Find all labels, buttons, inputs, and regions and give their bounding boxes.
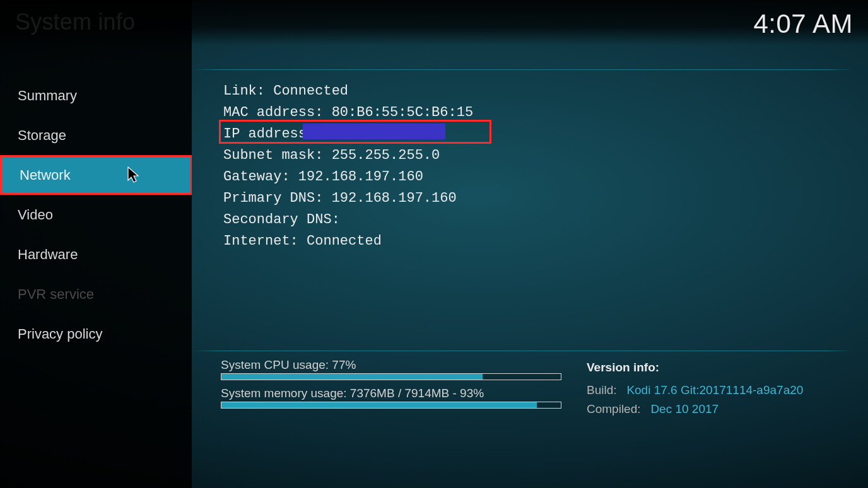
sidebar-item-privacy-policy[interactable]: Privacy policy <box>0 314 192 354</box>
subnet-value: 255.255.255.0 <box>332 148 440 163</box>
mac-label: MAC address: <box>223 105 332 120</box>
sidebar-item-label: Network <box>20 167 71 183</box>
system-stats: System CPU usage: 77% System memory usag… <box>221 358 561 419</box>
memory-usage-fill <box>221 402 537 408</box>
sidebar-item-hardware[interactable]: Hardware <box>0 235 192 274</box>
sidebar-item-label: Summary <box>18 88 77 104</box>
sidebar-item-label: Privacy policy <box>18 326 102 342</box>
sidebar-item-label: Storage <box>18 127 66 144</box>
secondary-dns-label: Secondary DNS: <box>223 212 340 228</box>
memory-usage-bar <box>221 402 561 409</box>
sidebar-item-pvr-service: PVR service <box>0 274 192 314</box>
internet-value: Connected <box>307 233 382 249</box>
internet-label: Internet: <box>223 233 307 249</box>
gateway-value: 192.168.197.160 <box>298 169 423 185</box>
sidebar-item-summary[interactable]: Summary <box>0 76 192 115</box>
cpu-usage-bar <box>221 373 561 380</box>
sidebar: Summary Storage Network Video Hardware P… <box>0 0 192 488</box>
compiled-label: Compiled: <box>587 402 641 415</box>
sidebar-item-label: Video <box>18 207 53 223</box>
subnet-label: Subnet mask: <box>223 148 332 163</box>
build-value: Kodi 17.6 Git:20171114-a9a7a20 <box>626 383 803 397</box>
sidebar-item-network[interactable]: Network <box>0 155 192 195</box>
gateway-label: Gateway: <box>223 169 298 185</box>
ip-label: IP address: <box>223 126 323 142</box>
link-label: Link: <box>223 83 273 99</box>
sidebar-item-video[interactable]: Video <box>0 195 192 235</box>
mac-value: 80:B6:55:5C:B6:15 <box>332 105 473 120</box>
version-info: Version info: Build: Kodi 17.6 Git:20171… <box>587 358 864 419</box>
memory-usage-label: System memory usage: 7376MB / 7914MB - 9… <box>221 386 561 400</box>
cpu-usage-label: System CPU usage: 77% <box>221 358 561 372</box>
app-root: System info 4:07 AM Summary Storage Netw… <box>0 0 868 488</box>
sidebar-item-storage[interactable]: Storage <box>0 115 192 155</box>
build-label: Build: <box>587 383 617 397</box>
compiled-value: Dec 10 2017 <box>650 402 718 415</box>
version-heading: Version info: <box>587 358 864 377</box>
primary-dns-label: Primary DNS: <box>223 190 332 206</box>
cursor-icon <box>127 166 141 183</box>
cpu-usage-fill <box>221 374 483 380</box>
divider <box>192 351 853 351</box>
sidebar-item-label: Hardware <box>18 247 78 263</box>
link-value: Connected <box>273 83 348 99</box>
network-info: Link: Connected MAC address: 80:B6:55:5C… <box>223 81 849 252</box>
primary-dns-value: 192.168.197.160 <box>332 190 457 206</box>
divider <box>192 69 853 70</box>
sidebar-item-label: PVR service <box>18 286 94 303</box>
footer: System CPU usage: 77% System memory usag… <box>221 358 852 419</box>
